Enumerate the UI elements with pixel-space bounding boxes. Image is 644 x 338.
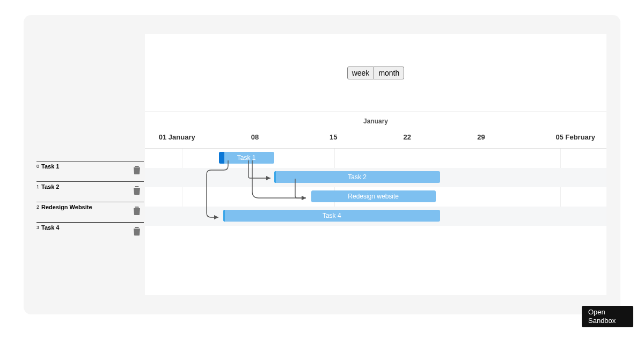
timeline-tick: 05 February: [555, 133, 595, 141]
trash-icon[interactable]: [133, 207, 141, 215]
list-item-name: Task 2: [41, 183, 59, 190]
timeline-tick: 01 January: [159, 133, 195, 141]
view-month-button[interactable]: month: [374, 67, 404, 79]
trash-icon[interactable]: [133, 166, 141, 174]
list-item: 3 Task 4: [36, 222, 144, 243]
open-sandbox-line2: Sandbox: [588, 317, 627, 325]
list-item-name: Task 4: [41, 224, 59, 231]
list-item-name: Task 1: [41, 163, 59, 170]
timeline-tick: 29: [477, 133, 485, 141]
list-item: 0 Task 1: [36, 161, 144, 181]
gantt-row: Redesign website: [145, 187, 606, 207]
timeline-header: January 01 January 08 15 22 29 05 Februa…: [145, 112, 606, 149]
task-bar-label: Task 4: [323, 212, 341, 219]
gantt-rows: Task 1 Task 2 Redesign website Task 4: [145, 149, 606, 226]
timeline-ticks: 01 January 08 15 22 29 05 February: [145, 133, 606, 144]
open-sandbox-button[interactable]: Open Sandbox: [582, 306, 633, 328]
list-item: 1 Task 2: [36, 181, 144, 202]
gantt-row: Task 1: [145, 149, 606, 168]
list-item-index: 3: [36, 224, 41, 230]
task-bar-task-2[interactable]: Task 2: [274, 171, 441, 183]
timeline-month-label: January: [145, 112, 606, 125]
timeline-tick: 15: [330, 133, 337, 141]
list-item-index: 0: [36, 163, 41, 169]
controls-panel: week month: [145, 34, 606, 112]
task-bar-label: Task 1: [237, 154, 256, 161]
timeline-tick: 08: [251, 133, 259, 141]
list-item-index: 2: [36, 203, 41, 210]
task-bar-label: Task 2: [348, 173, 367, 181]
list-item-index: 1: [36, 183, 41, 189]
list-item-name: Redesign Website: [41, 203, 92, 210]
bar-resize-left[interactable]: [274, 171, 276, 183]
trash-icon[interactable]: [133, 227, 141, 236]
gantt-row: Task 4: [145, 207, 606, 226]
open-sandbox-line1: Open: [588, 308, 627, 317]
gantt-chart: January 01 January 08 15 22 29 05 Februa…: [145, 112, 606, 295]
bar-resize-left[interactable]: [223, 210, 225, 222]
task-progress[interactable]: [219, 152, 224, 164]
task-bar-label: Redesign website: [348, 193, 399, 200]
gantt-row: Task 2: [145, 168, 606, 187]
task-bar-redesign-website[interactable]: Redesign website: [311, 190, 436, 202]
trash-icon[interactable]: [133, 186, 141, 195]
task-bar-task-4[interactable]: Task 4: [223, 210, 440, 222]
view-switch: week month: [347, 67, 405, 79]
view-week-button[interactable]: week: [347, 67, 375, 79]
timeline-tick: 22: [404, 133, 411, 141]
task-bar-task-1[interactable]: Task 1: [219, 152, 274, 164]
list-item: 2 Redesign Website: [36, 202, 144, 222]
task-list: 0 Task 1 1 Task 2 2 Redesign Website 3 T…: [36, 161, 144, 243]
